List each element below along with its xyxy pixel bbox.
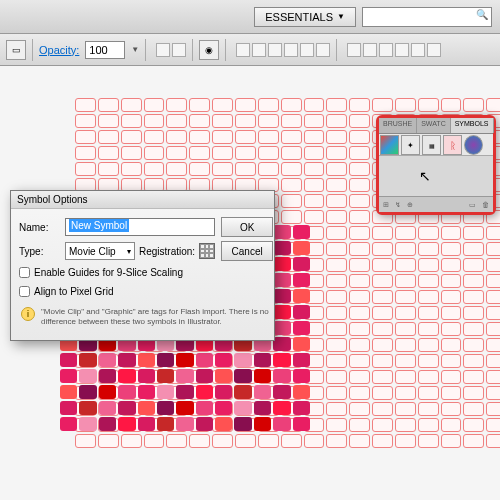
tab-brushes[interactable]: BRUSHE	[379, 118, 417, 133]
align-pixel-row[interactable]: Align to Pixel Grid	[19, 284, 276, 299]
enable-guides-row[interactable]: Enable Guides for 9-Slice Scaling	[19, 265, 276, 280]
type-select[interactable]: Movie Clip▾	[65, 242, 135, 260]
opacity-input[interactable]	[85, 41, 125, 59]
align-btn[interactable]	[252, 43, 266, 57]
tab-symbols[interactable]: SYMBOLS	[451, 118, 494, 133]
cursor-icon: ↖	[419, 168, 431, 184]
align-row-2	[347, 43, 441, 57]
type-label: Type:	[19, 246, 59, 257]
control-bar: ▭ Opacity: ▼ ◉	[0, 34, 500, 66]
chevron-down-icon: ▾	[127, 247, 131, 256]
separator	[32, 39, 33, 61]
separator	[336, 39, 337, 61]
panel-tabs: BRUSHE SWATC SYMBOLS	[379, 118, 493, 134]
opacity-label: Opacity:	[39, 44, 79, 56]
enable-guides-checkbox[interactable]	[19, 267, 30, 278]
search-icon: 🔍	[476, 9, 488, 20]
dist-btn[interactable]	[427, 43, 441, 57]
chevron-down-icon: ▼	[337, 12, 345, 21]
style-icons	[156, 43, 186, 57]
ok-button[interactable]: OK	[221, 217, 273, 237]
info-text: "Movie Clip" and "Graphic" are tags for …	[41, 307, 274, 328]
symbol-thumb[interactable]: ᚱ	[443, 135, 462, 155]
panel-body[interactable]: ↖	[379, 156, 493, 196]
info-row: i "Movie Clip" and "Graphic" are tags fo…	[19, 303, 276, 332]
align-btn[interactable]	[316, 43, 330, 57]
footer-btn[interactable]: ⊕	[407, 201, 413, 209]
dialog-title: Symbol Options	[11, 191, 274, 209]
dist-btn[interactable]	[395, 43, 409, 57]
separator	[225, 39, 226, 61]
symbols-panel: BRUSHE SWATC SYMBOLS ✦ ▦ ᚱ ↖ ⊞ ↯ ⊕ ▭ 🗑	[376, 115, 496, 215]
symbol-thumb[interactable]	[464, 135, 483, 155]
align-btn[interactable]	[284, 43, 298, 57]
search-input[interactable]	[362, 7, 492, 27]
align-pixel-checkbox[interactable]	[19, 286, 30, 297]
style-btn-2[interactable]	[172, 43, 186, 57]
dist-btn[interactable]	[379, 43, 393, 57]
symbol-thumbnails: ✦ ▦ ᚱ	[379, 134, 493, 156]
style-btn-1[interactable]	[156, 43, 170, 57]
dist-btn[interactable]	[363, 43, 377, 57]
align-row-1	[236, 43, 330, 57]
workspace-label: ESSENTIALS	[265, 11, 333, 23]
registration-grid[interactable]	[199, 243, 215, 259]
registration-label: Registration:	[139, 246, 195, 257]
workspace-switcher[interactable]: ESSENTIALS ▼	[254, 7, 356, 27]
name-label: Name:	[19, 222, 59, 233]
footer-btn[interactable]: ▭	[469, 201, 476, 209]
tab-swatches[interactable]: SWATC	[417, 118, 451, 133]
separator	[192, 39, 193, 61]
footer-btn[interactable]: ↯	[395, 201, 401, 209]
align-btn[interactable]	[268, 43, 282, 57]
separator	[145, 39, 146, 61]
menu-bar: ESSENTIALS ▼ 🔍	[0, 0, 500, 34]
cancel-button[interactable]: Cancel	[221, 241, 273, 261]
symbol-thumb[interactable]: ✦	[401, 135, 420, 155]
align-btn[interactable]	[236, 43, 250, 57]
info-icon: i	[21, 307, 35, 321]
panel-footer: ⊞ ↯ ⊕ ▭ 🗑	[379, 196, 493, 212]
type-row: Movie Clip▾ Registration:	[65, 242, 215, 260]
search-wrap: 🔍	[362, 6, 492, 27]
symbol-options-dialog: Symbol Options Name: New Symbol OK Type:…	[10, 190, 275, 341]
footer-btn[interactable]: ⊞	[383, 201, 389, 209]
symbol-thumb[interactable]: ▦	[422, 135, 441, 155]
trash-icon[interactable]: 🗑	[482, 201, 489, 208]
chevron-down-icon[interactable]: ▼	[131, 45, 139, 54]
align-btn[interactable]	[300, 43, 314, 57]
symbol-thumb[interactable]	[380, 135, 399, 155]
dist-btn[interactable]	[347, 43, 361, 57]
dist-btn[interactable]	[411, 43, 425, 57]
name-input[interactable]: New Symbol	[65, 218, 215, 236]
stroke-btn[interactable]: ▭	[6, 40, 26, 60]
recolor-btn[interactable]: ◉	[199, 40, 219, 60]
